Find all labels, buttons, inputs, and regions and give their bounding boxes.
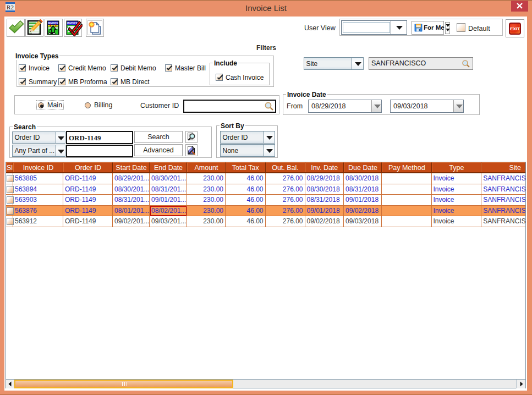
svg-text:INVOICE: INVOICE [48,22,58,25]
svg-text:INVOICE: INVOICE [67,22,78,25]
